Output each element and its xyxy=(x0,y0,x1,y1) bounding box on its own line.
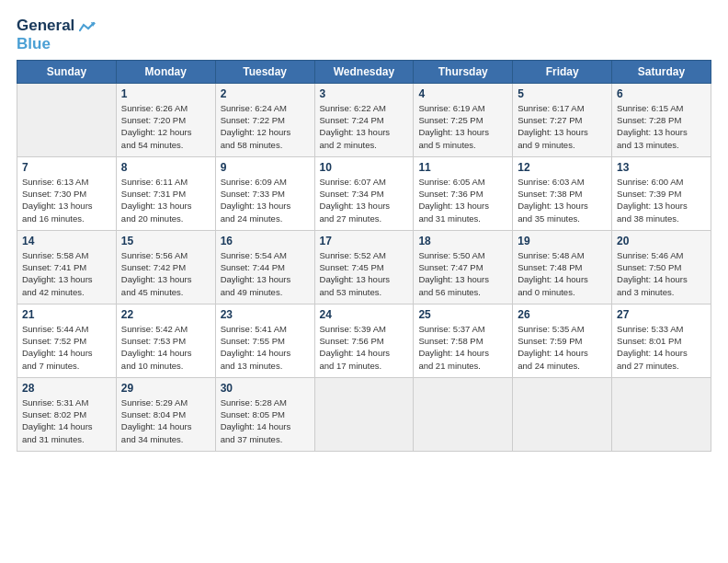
day-number: 21 xyxy=(22,308,111,321)
calendar-cell: 29Sunrise: 5:29 AM Sunset: 8:04 PM Dayli… xyxy=(116,377,215,451)
week-row-5: 28Sunrise: 5:31 AM Sunset: 8:02 PM Dayli… xyxy=(17,377,711,451)
calendar-cell: 20Sunrise: 5:46 AM Sunset: 7:50 PM Dayli… xyxy=(612,230,711,304)
calendar-cell: 24Sunrise: 5:39 AM Sunset: 7:56 PM Dayli… xyxy=(314,304,414,377)
weekday-header-tuesday: Tuesday xyxy=(215,60,314,83)
day-info: Sunrise: 6:13 AM Sunset: 7:30 PM Dayligh… xyxy=(22,176,111,224)
calendar-cell: 7Sunrise: 6:13 AM Sunset: 7:30 PM Daylig… xyxy=(17,156,117,230)
day-number: 22 xyxy=(121,308,210,321)
day-info: Sunrise: 5:52 AM Sunset: 7:45 PM Dayligh… xyxy=(320,249,409,298)
weekday-header-saturday: Saturday xyxy=(612,60,711,83)
calendar-cell: 16Sunrise: 5:54 AM Sunset: 7:44 PM Dayli… xyxy=(215,230,314,304)
calendar-cell: 3Sunrise: 6:22 AM Sunset: 7:24 PM Daylig… xyxy=(314,83,414,156)
day-info: Sunrise: 5:31 AM Sunset: 8:02 PM Dayligh… xyxy=(22,396,111,445)
week-row-4: 21Sunrise: 5:44 AM Sunset: 7:52 PM Dayli… xyxy=(17,304,711,377)
day-info: Sunrise: 5:33 AM Sunset: 8:01 PM Dayligh… xyxy=(617,323,706,372)
day-number: 16 xyxy=(221,235,310,247)
day-number: 15 xyxy=(121,235,210,247)
day-info: Sunrise: 5:29 AM Sunset: 8:04 PM Dayligh… xyxy=(121,396,210,445)
calendar-cell: 21Sunrise: 5:44 AM Sunset: 7:52 PM Dayli… xyxy=(17,304,117,377)
week-row-1: 1Sunrise: 6:26 AM Sunset: 7:20 PM Daylig… xyxy=(17,83,711,156)
page: General Blue SundayMondayTuesdayWednesda… xyxy=(0,0,728,563)
day-number: 26 xyxy=(518,308,607,321)
calendar-cell: 4Sunrise: 6:19 AM Sunset: 7:25 PM Daylig… xyxy=(414,83,513,156)
calendar-cell: 9Sunrise: 6:09 AM Sunset: 7:33 PM Daylig… xyxy=(215,156,314,230)
day-number: 2 xyxy=(221,87,310,100)
calendar-cell: 12Sunrise: 6:03 AM Sunset: 7:38 PM Dayli… xyxy=(513,156,612,230)
day-info: Sunrise: 6:05 AM Sunset: 7:36 PM Dayligh… xyxy=(418,176,507,224)
day-number: 5 xyxy=(518,87,607,100)
day-number: 9 xyxy=(221,161,310,174)
day-number: 3 xyxy=(320,87,409,100)
day-number: 13 xyxy=(617,161,706,174)
day-number: 29 xyxy=(121,382,210,395)
weekday-header-wednesday: Wednesday xyxy=(314,60,414,83)
day-info: Sunrise: 6:03 AM Sunset: 7:38 PM Dayligh… xyxy=(518,176,607,224)
day-info: Sunrise: 6:11 AM Sunset: 7:31 PM Dayligh… xyxy=(121,176,210,224)
day-info: Sunrise: 5:37 AM Sunset: 7:58 PM Dayligh… xyxy=(418,323,507,372)
weekday-header-monday: Monday xyxy=(116,60,215,83)
calendar-cell: 11Sunrise: 6:05 AM Sunset: 7:36 PM Dayli… xyxy=(414,156,513,230)
calendar-cell: 14Sunrise: 5:58 AM Sunset: 7:41 PM Dayli… xyxy=(17,230,117,304)
day-number: 28 xyxy=(22,382,111,395)
day-number: 23 xyxy=(221,308,310,321)
day-number: 24 xyxy=(320,308,409,321)
day-info: Sunrise: 5:56 AM Sunset: 7:42 PM Dayligh… xyxy=(121,249,210,298)
logo: General Blue xyxy=(17,17,96,54)
logo-general: General xyxy=(17,17,96,35)
day-info: Sunrise: 5:54 AM Sunset: 7:44 PM Dayligh… xyxy=(221,249,310,298)
day-number: 30 xyxy=(221,382,310,395)
calendar-cell: 13Sunrise: 6:00 AM Sunset: 7:39 PM Dayli… xyxy=(612,156,711,230)
day-info: Sunrise: 6:22 AM Sunset: 7:24 PM Dayligh… xyxy=(320,102,409,151)
weekday-header-sunday: Sunday xyxy=(17,60,117,83)
header: General Blue xyxy=(17,17,711,54)
weekday-header-row: SundayMondayTuesdayWednesdayThursdayFrid… xyxy=(17,60,711,83)
calendar-cell xyxy=(513,377,612,451)
day-info: Sunrise: 5:58 AM Sunset: 7:41 PM Dayligh… xyxy=(22,249,111,298)
day-info: Sunrise: 5:48 AM Sunset: 7:48 PM Dayligh… xyxy=(518,249,607,298)
day-info: Sunrise: 5:28 AM Sunset: 8:05 PM Dayligh… xyxy=(221,396,310,445)
day-number: 18 xyxy=(418,235,507,247)
day-info: Sunrise: 5:35 AM Sunset: 7:59 PM Dayligh… xyxy=(518,323,607,372)
calendar-cell: 15Sunrise: 5:56 AM Sunset: 7:42 PM Dayli… xyxy=(116,230,215,304)
calendar-cell: 10Sunrise: 6:07 AM Sunset: 7:34 PM Dayli… xyxy=(314,156,414,230)
day-number: 8 xyxy=(121,161,210,174)
day-number: 19 xyxy=(518,235,607,247)
day-info: Sunrise: 6:09 AM Sunset: 7:33 PM Dayligh… xyxy=(221,176,310,224)
calendar-cell: 19Sunrise: 5:48 AM Sunset: 7:48 PM Dayli… xyxy=(513,230,612,304)
day-number: 4 xyxy=(418,87,507,100)
week-row-2: 7Sunrise: 6:13 AM Sunset: 7:30 PM Daylig… xyxy=(17,156,711,230)
day-number: 20 xyxy=(617,235,706,247)
day-number: 6 xyxy=(617,87,706,100)
day-info: Sunrise: 6:17 AM Sunset: 7:27 PM Dayligh… xyxy=(518,102,607,151)
calendar-cell: 23Sunrise: 5:41 AM Sunset: 7:55 PM Dayli… xyxy=(215,304,314,377)
bird-icon xyxy=(79,21,96,32)
day-info: Sunrise: 5:41 AM Sunset: 7:55 PM Dayligh… xyxy=(221,323,310,372)
calendar-cell: 25Sunrise: 5:37 AM Sunset: 7:58 PM Dayli… xyxy=(414,304,513,377)
day-number: 25 xyxy=(418,308,507,321)
calendar-cell: 26Sunrise: 5:35 AM Sunset: 7:59 PM Dayli… xyxy=(513,304,612,377)
day-info: Sunrise: 5:44 AM Sunset: 7:52 PM Dayligh… xyxy=(22,323,111,372)
day-number: 10 xyxy=(320,161,409,174)
calendar-cell: 27Sunrise: 5:33 AM Sunset: 8:01 PM Dayli… xyxy=(612,304,711,377)
day-info: Sunrise: 6:26 AM Sunset: 7:20 PM Dayligh… xyxy=(121,102,210,151)
day-number: 7 xyxy=(22,161,111,174)
calendar-cell: 6Sunrise: 6:15 AM Sunset: 7:28 PM Daylig… xyxy=(612,83,711,156)
day-info: Sunrise: 5:39 AM Sunset: 7:56 PM Dayligh… xyxy=(320,323,409,372)
day-info: Sunrise: 5:42 AM Sunset: 7:53 PM Dayligh… xyxy=(121,323,210,372)
calendar-cell xyxy=(612,377,711,451)
calendar-cell xyxy=(17,83,117,156)
calendar-cell: 22Sunrise: 5:42 AM Sunset: 7:53 PM Dayli… xyxy=(116,304,215,377)
day-info: Sunrise: 6:19 AM Sunset: 7:25 PM Dayligh… xyxy=(418,102,507,151)
day-info: Sunrise: 6:24 AM Sunset: 7:22 PM Dayligh… xyxy=(221,102,310,151)
week-row-3: 14Sunrise: 5:58 AM Sunset: 7:41 PM Dayli… xyxy=(17,230,711,304)
day-number: 12 xyxy=(518,161,607,174)
calendar-cell: 28Sunrise: 5:31 AM Sunset: 8:02 PM Dayli… xyxy=(17,377,117,451)
day-number: 11 xyxy=(418,161,507,174)
day-info: Sunrise: 6:00 AM Sunset: 7:39 PM Dayligh… xyxy=(617,176,706,224)
day-info: Sunrise: 6:15 AM Sunset: 7:28 PM Dayligh… xyxy=(617,102,706,151)
calendar-cell: 5Sunrise: 6:17 AM Sunset: 7:27 PM Daylig… xyxy=(513,83,612,156)
calendar-cell: 8Sunrise: 6:11 AM Sunset: 7:31 PM Daylig… xyxy=(116,156,215,230)
day-info: Sunrise: 5:50 AM Sunset: 7:47 PM Dayligh… xyxy=(418,249,507,298)
calendar-cell xyxy=(414,377,513,451)
calendar-cell: 18Sunrise: 5:50 AM Sunset: 7:47 PM Dayli… xyxy=(414,230,513,304)
